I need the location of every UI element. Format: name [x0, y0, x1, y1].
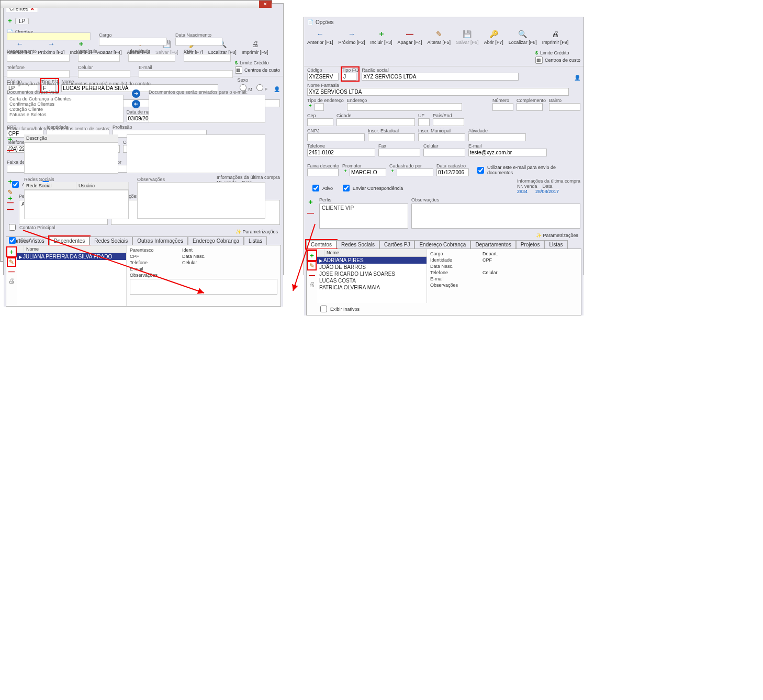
sub-nome-input[interactable] [7, 32, 91, 40]
doc-item[interactable]: Confirmação Clientes [9, 101, 121, 107]
limite-credito-link[interactable]: $Limite Crédito [535, 50, 580, 55]
close-button[interactable]: ✕ [259, 1, 272, 8]
toolbar-proximo[interactable]: →Próximo [F2] [339, 29, 365, 45]
bairro-input[interactable] [549, 103, 580, 111]
inscest-input[interactable] [368, 133, 415, 141]
contact-row[interactable]: PATRICIA OLVEIRA MAIA [317, 284, 427, 291]
tab-contatos[interactable]: Contatos [306, 240, 336, 249]
cc-add-icon[interactable]: ＋ [7, 134, 14, 144]
sub-cpf-input[interactable] [184, 54, 231, 62]
cc-list[interactable] [24, 142, 118, 174]
paisend-input[interactable] [433, 118, 464, 126]
perfis-list[interactable]: CLIENTE VIP [319, 204, 408, 229]
cep-input[interactable] [307, 118, 333, 126]
contact-row[interactable]: ADRIANA PIRES [317, 257, 427, 264]
sub-obs-box[interactable] [137, 182, 265, 219]
tab-redes[interactable]: Redes Sociais [336, 240, 379, 249]
tab-endcob[interactable]: Endereço Cobrança [414, 240, 470, 249]
datacad-input[interactable] [436, 168, 469, 176]
dep-del-button[interactable]: — [8, 268, 15, 275]
tab-projetos[interactable]: Projetos [516, 240, 545, 249]
fax-input[interactable] [378, 149, 420, 156]
tab-cartoespj[interactable]: Cartões PJ [379, 240, 414, 249]
promotor-add-icon[interactable]: + [342, 168, 349, 176]
sub-tel-input[interactable] [7, 70, 70, 78]
opcoes-menu[interactable]: Opções [316, 19, 333, 25]
sub-ativo-check[interactable] [9, 237, 16, 244]
use-email-check[interactable]: Utilizar este e-mail para envio de docum… [472, 164, 580, 176]
rede-add-icon[interactable]: ＋ [7, 177, 14, 186]
doc-item[interactable]: Cotação Cliente [9, 107, 121, 112]
use-email-checkbox[interactable] [477, 167, 484, 174]
contato-principal-check[interactable] [9, 224, 16, 231]
contact-row[interactable]: JOÃO DE BARROS [317, 264, 427, 270]
nomefant-input[interactable] [307, 88, 569, 96]
uf-input[interactable] [418, 118, 430, 126]
person-icon[interactable]: 👤 [274, 86, 280, 92]
docs-selected-list[interactable] [149, 95, 265, 123]
faixa-input[interactable] [307, 168, 339, 176]
cadpor-add-icon[interactable]: + [389, 168, 396, 176]
toolbar-abrir[interactable]: 🔑Abrir [F7] [484, 29, 503, 45]
sub-cel-input[interactable] [78, 70, 130, 78]
envcorr-check[interactable] [343, 185, 350, 191]
sub-datan-input[interactable] [175, 38, 222, 46]
contact-row[interactable]: LUCAS COSTA [317, 277, 427, 284]
sub-cargo-input[interactable] [99, 38, 167, 46]
sub-matric-input[interactable] [78, 54, 120, 62]
toolbar-anterior[interactable]: ←Anterior [F1] [307, 29, 333, 45]
sub-dep-input[interactable] [7, 54, 70, 62]
tipoend-add-icon[interactable]: + [307, 103, 313, 111]
codigo-input[interactable] [307, 73, 339, 81]
endereco-input[interactable] [347, 103, 462, 111]
tipoend-input[interactable] [315, 103, 324, 111]
toolbar-apagar[interactable]: —Apagar [F4] [398, 29, 422, 45]
cadpor-input[interactable] [397, 168, 433, 176]
dialog-titlebar[interactable]: ✕ [1, 1, 272, 8]
docs-available-list[interactable]: Carta de Cobrança a Clientes Confirmação… [7, 95, 124, 123]
exibir-inativos-check[interactable] [320, 306, 327, 312]
mini-tab-lp[interactable]: LP [15, 18, 29, 24]
dep-add-button[interactable]: ＋ [7, 247, 16, 256]
cont-del-button[interactable]: — [309, 272, 315, 279]
tab-listas[interactable]: Listas [544, 240, 567, 249]
cont-edit-button[interactable]: ✎ [308, 262, 316, 269]
tab-depart[interactable]: Departamentos [470, 240, 515, 249]
dep-edit-button[interactable]: ✎ [8, 258, 15, 266]
dep-row[interactable]: JULIANA PEREIRA DA SILVA PRADO [17, 253, 126, 260]
redes-list[interactable] [24, 190, 129, 219]
inscmun-input[interactable] [418, 133, 465, 141]
cc-right-box[interactable] [127, 134, 265, 173]
move-left-button[interactable]: ➜ [132, 100, 140, 108]
tipofj-input[interactable] [342, 73, 356, 81]
cidade-input[interactable] [336, 118, 415, 126]
telefone-input[interactable] [307, 149, 375, 156]
opcoes-icon[interactable]: 📄 [307, 19, 313, 25]
ativ-input[interactable] [468, 133, 526, 141]
toolbar-alterar[interactable]: ✎Alterar [F5] [428, 29, 451, 45]
cc-del-icon[interactable]: — [7, 146, 14, 154]
company-icon[interactable]: 👤 [574, 75, 580, 81]
dep-print-button[interactable]: 🖨 [8, 277, 15, 285]
cont-add-button[interactable]: ＋ [308, 251, 316, 260]
centros-custo-link[interactable]: ▦Centros de custo [535, 57, 580, 64]
promotor-input[interactable] [350, 168, 386, 176]
toolbar-imprimir[interactable]: 🖨Imprimir [F9] [542, 29, 569, 45]
compl-input[interactable] [517, 103, 543, 111]
toolbar-localizar[interactable]: 🔍Localizar [F8] [509, 29, 537, 45]
razao-input[interactable] [362, 73, 519, 81]
contact-row[interactable]: JOSE RICARDO LIMA SOARES [317, 270, 427, 277]
rede-del-icon[interactable]: — [7, 198, 14, 206]
cnpj-input[interactable] [307, 133, 365, 141]
obs-box[interactable] [411, 204, 580, 229]
add-icon[interactable]: ＋ [7, 16, 13, 25]
move-right-button[interactable]: ➜ [132, 89, 140, 98]
perfil-add-icon[interactable]: ＋ [307, 197, 314, 207]
rede-edit-icon[interactable]: ✎ [7, 188, 13, 196]
sub-email-input[interactable] [139, 70, 233, 78]
ativo-check[interactable] [312, 185, 319, 191]
param-link[interactable]: Parametrizações [543, 233, 578, 238]
celular-input[interactable] [423, 149, 465, 156]
perfil-del-icon[interactable]: — [307, 209, 314, 217]
numero-input[interactable] [492, 103, 513, 111]
